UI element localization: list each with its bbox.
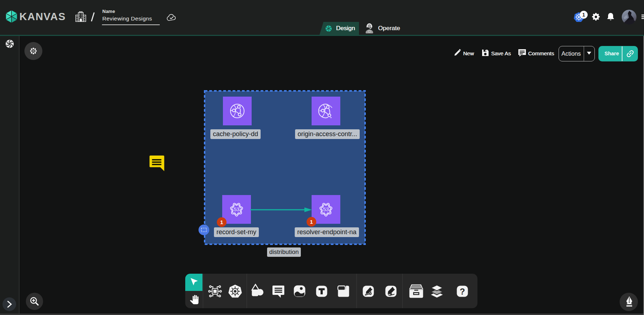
svg-text:?: ? [460, 287, 465, 296]
